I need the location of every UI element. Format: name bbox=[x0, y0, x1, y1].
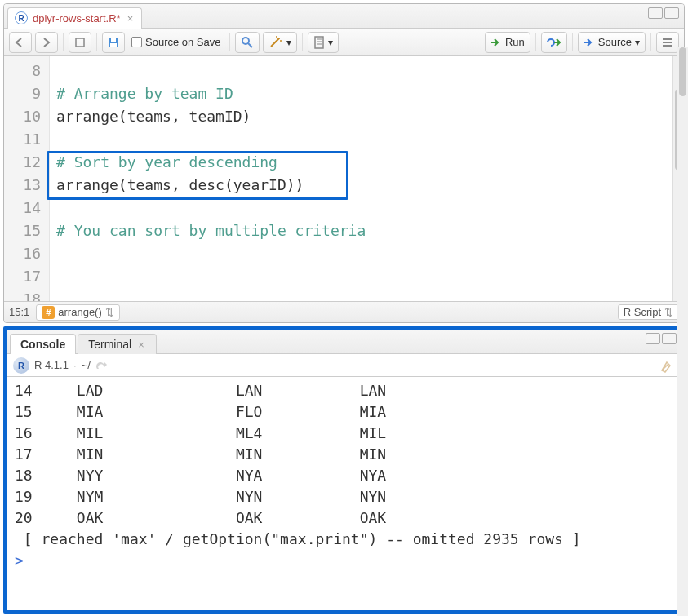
share-arrow-icon[interactable] bbox=[95, 361, 107, 370]
r-version: R 4.1.1 bbox=[34, 359, 69, 371]
code-line[interactable] bbox=[56, 242, 677, 265]
svg-rect-3 bbox=[111, 38, 116, 42]
function-context-label: arrange() bbox=[58, 306, 101, 318]
console-row: 18 NYY NYA NYA bbox=[15, 465, 673, 486]
vertical-scrollbar[interactable] bbox=[677, 330, 681, 610]
editor-toolbar: Source on Save ▾ ▾ Run S bbox=[4, 29, 684, 56]
code-line[interactable] bbox=[56, 60, 677, 82]
rerun-button[interactable] bbox=[541, 32, 567, 53]
rerun-icon bbox=[547, 38, 561, 47]
maximize-pane-icon[interactable] bbox=[662, 333, 677, 344]
svg-rect-2 bbox=[110, 43, 117, 47]
source-label: Source bbox=[598, 36, 632, 48]
language-label: R Script bbox=[624, 306, 661, 318]
code-content[interactable]: # Arrange by team IDarrange(teams, teamI… bbox=[50, 56, 684, 301]
file-tab[interactable]: R dplyr-rows-start.R* × bbox=[7, 7, 142, 29]
console-row: 17 MIN MIN MIN bbox=[15, 444, 673, 465]
line-gutter: 89101112131415161718 bbox=[4, 56, 50, 301]
source-on-save-toggle[interactable]: Source on Save bbox=[128, 32, 224, 53]
console-output[interactable]: 14 LAD LAN LAN15 MIA FLO MIA16 MIL ML4 M… bbox=[7, 377, 681, 574]
code-line[interactable] bbox=[56, 288, 677, 301]
run-label: Run bbox=[505, 36, 525, 48]
tab-console[interactable]: Console bbox=[10, 334, 76, 354]
pane-window-buttons bbox=[648, 7, 679, 19]
code-line[interactable] bbox=[56, 128, 677, 151]
pane-window-buttons bbox=[646, 333, 677, 344]
maximize-pane-icon[interactable] bbox=[664, 7, 679, 19]
editor-area[interactable]: 89101112131415161718 # Arrange by team I… bbox=[4, 56, 684, 301]
chevron-down-icon: ▾ bbox=[286, 37, 291, 48]
notebook-icon bbox=[313, 36, 325, 49]
show-in-new-window-button[interactable] bbox=[69, 32, 91, 53]
outline-icon bbox=[662, 38, 673, 47]
minimize-pane-icon[interactable] bbox=[648, 7, 663, 19]
code-line[interactable] bbox=[56, 197, 677, 219]
tab-console-label: Console bbox=[20, 338, 65, 351]
code-line[interactable]: # Arrange by team ID bbox=[56, 82, 677, 105]
language-selector[interactable]: R Script ⇅ bbox=[618, 304, 679, 320]
code-line[interactable]: # Sort by year descending bbox=[56, 151, 677, 174]
source-on-save-label: Source on Save bbox=[145, 36, 221, 48]
svg-point-4 bbox=[242, 38, 249, 44]
search-icon bbox=[241, 36, 254, 49]
svg-point-8 bbox=[280, 40, 282, 42]
updown-icon: ⇅ bbox=[664, 306, 673, 318]
tab-terminal[interactable]: Terminal × bbox=[78, 334, 157, 354]
minimize-pane-icon[interactable] bbox=[646, 333, 660, 344]
hash-badge-icon: # bbox=[42, 306, 55, 319]
function-context[interactable]: # arrange() ⇅ bbox=[36, 304, 119, 321]
chevron-down-icon: ▾ bbox=[328, 37, 333, 48]
console-prompt[interactable]: > bbox=[15, 550, 673, 571]
console-row: 16 MIL ML4 MIL bbox=[15, 423, 673, 444]
r-file-icon: R bbox=[15, 11, 28, 24]
floppy-icon bbox=[108, 37, 119, 48]
broom-icon[interactable] bbox=[659, 357, 675, 374]
save-button[interactable] bbox=[102, 32, 125, 53]
back-button[interactable] bbox=[9, 32, 32, 53]
source-arrow-icon bbox=[584, 38, 595, 47]
console-row: 14 LAD LAN LAN bbox=[15, 380, 673, 401]
wand-icon bbox=[269, 36, 283, 49]
code-line[interactable]: arrange(teams, teamID) bbox=[56, 105, 677, 128]
source-button[interactable]: Source ▾ bbox=[578, 32, 646, 53]
svg-point-7 bbox=[278, 38, 280, 39]
console-tabbar: Console Terminal × bbox=[7, 330, 681, 354]
close-icon[interactable]: × bbox=[126, 12, 135, 24]
run-button[interactable]: Run bbox=[485, 32, 530, 53]
tab-terminal-label: Terminal bbox=[88, 338, 131, 351]
separator-dot: · bbox=[73, 359, 77, 371]
console-pane-highlight: Console Terminal × R R 4.1.1 · ~/ 14 LAD… bbox=[3, 326, 685, 614]
updown-icon: ⇅ bbox=[105, 306, 114, 318]
svg-line-5 bbox=[248, 43, 252, 47]
file-tab-label: dplyr-rows-start.R* bbox=[33, 12, 121, 24]
compile-report-button[interactable]: ▾ bbox=[308, 32, 339, 53]
svg-rect-10 bbox=[315, 37, 323, 48]
console-footer: [ reached 'max' / getOption("max.print")… bbox=[15, 529, 673, 550]
outline-button[interactable] bbox=[656, 32, 679, 53]
working-directory[interactable]: ~/ bbox=[82, 359, 91, 371]
find-button[interactable] bbox=[235, 32, 260, 53]
checkbox-icon bbox=[131, 37, 142, 47]
forward-button[interactable] bbox=[35, 32, 58, 53]
code-line[interactable] bbox=[56, 265, 677, 288]
console-subheader: R R 4.1.1 · ~/ bbox=[7, 354, 681, 377]
cursor-position: 15:1 bbox=[9, 306, 29, 318]
chevron-down-icon: ▾ bbox=[635, 37, 640, 48]
editor-pane: R dplyr-rows-start.R* × Source on Save bbox=[3, 3, 685, 323]
svg-rect-0 bbox=[76, 38, 84, 47]
console-row: 15 MIA FLO MIA bbox=[15, 401, 673, 423]
code-tools-button[interactable]: ▾ bbox=[263, 32, 297, 53]
svg-point-9 bbox=[276, 36, 277, 38]
editor-tabbar: R dplyr-rows-start.R* × bbox=[4, 4, 684, 29]
code-line[interactable]: arrange(teams, desc(yearID)) bbox=[56, 174, 677, 197]
console-pane: Console Terminal × R R 4.1.1 · ~/ 14 LAD… bbox=[7, 330, 681, 610]
editor-statusbar: 15:1 # arrange() ⇅ R Script ⇅ bbox=[4, 301, 684, 322]
r-logo-icon: R bbox=[13, 357, 29, 374]
run-arrow-icon bbox=[490, 38, 502, 47]
console-row: 19 NYM NYN NYN bbox=[15, 486, 673, 507]
code-line[interactable]: # You can sort by multiple criteria bbox=[56, 219, 677, 242]
close-icon[interactable]: × bbox=[136, 339, 146, 351]
svg-line-6 bbox=[271, 38, 279, 47]
console-row: 20 OAK OAK OAK bbox=[15, 507, 673, 529]
